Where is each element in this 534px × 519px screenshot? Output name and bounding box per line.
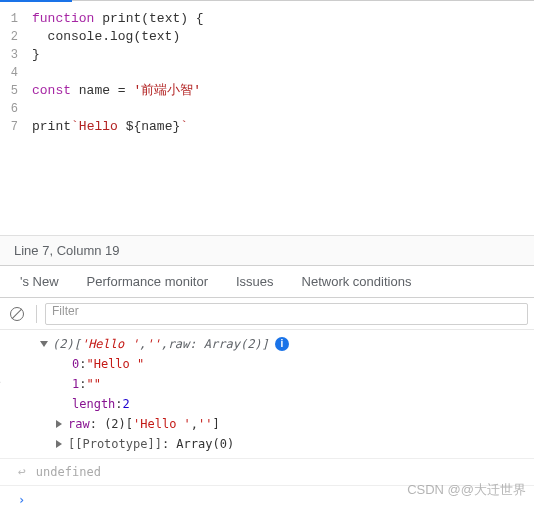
prop-key: 1 <box>72 374 79 394</box>
object-property-row[interactable]: 0: "Hello " <box>40 354 534 374</box>
return-value-row: ↩ undefined <box>0 459 534 486</box>
code-editor: 1 2 3 4 5 6 7 function print(text) { con… <box>0 0 534 236</box>
return-value: undefined <box>36 462 101 482</box>
code-content[interactable]: function print(text) { console.log(text)… <box>24 6 534 235</box>
prop-value: "Hello " <box>86 354 144 374</box>
bracket: ] <box>262 334 269 354</box>
active-tab-indicator <box>0 0 72 2</box>
array-item: 'Hello ' <box>133 414 191 434</box>
raw-label: raw <box>168 334 190 354</box>
line-number: 1 <box>0 10 18 28</box>
info-icon[interactable]: i <box>275 337 289 351</box>
expand-arrow-icon[interactable] <box>56 420 62 428</box>
prop-value: : Array(0) <box>162 434 234 454</box>
line-number: 2 <box>0 28 18 46</box>
keyword: const <box>32 83 71 98</box>
line-number: 4 <box>0 64 18 82</box>
line-number: 7 <box>0 118 18 136</box>
console-prompt-row[interactable]: › <box>0 486 534 514</box>
expand-arrow-icon[interactable] <box>56 440 62 448</box>
object-property-row[interactable]: length: 2 <box>40 394 534 414</box>
fn-call: print <box>32 119 71 134</box>
cursor-position: Line 7, Column 19 <box>14 243 120 258</box>
code-line: console.log(text) <box>32 29 180 44</box>
toolbar-divider <box>36 305 37 323</box>
comma: , <box>160 334 167 354</box>
return-arrow-icon: ↩ <box>18 462 26 482</box>
array-item: 'Hello ' <box>81 334 139 354</box>
fn-name: print <box>94 11 141 26</box>
string: '前端小智' <box>133 83 201 98</box>
var-ref: name <box>141 119 172 134</box>
object-summary-row[interactable]: (2) [ 'Hello ' , '' , raw : Array(2) ] i <box>40 334 534 354</box>
code-text: name = <box>71 83 133 98</box>
array-item: '' <box>146 334 160 354</box>
object-property-row[interactable]: [[Prototype]] : Array(0) <box>40 434 534 454</box>
tab-performance-monitor[interactable]: Performance monitor <box>73 274 222 289</box>
prop-value: "" <box>86 374 100 394</box>
tab-network-conditions[interactable]: Network conditions <box>288 274 426 289</box>
line-number: 5 <box>0 82 18 100</box>
object-property-row[interactable]: raw : (2) ['Hello ', ''] <box>40 414 534 434</box>
clear-console-icon[interactable] <box>10 307 24 321</box>
tab-whats-new[interactable]: 's New <box>6 274 73 289</box>
logged-object: (2) [ 'Hello ' , '' , raw : Array(2) ] i… <box>0 330 534 459</box>
array-length-hint: (2) <box>52 334 74 354</box>
sidebar-label[interactable]: e <box>0 372 4 392</box>
console-toolbar: Filter <box>0 298 534 330</box>
punct: (text) { <box>141 11 203 26</box>
array-length-hint: : (2) <box>90 414 126 434</box>
prop-key: raw <box>68 414 90 434</box>
code-line: } <box>32 47 40 62</box>
prop-key: 0 <box>72 354 79 374</box>
comma: , <box>139 334 146 354</box>
prop-key: length <box>72 394 115 414</box>
line-number: 6 <box>0 100 18 118</box>
backtick: ` <box>180 119 188 134</box>
template-text: Hello <box>79 119 126 134</box>
status-bar: Line 7, Column 19 <box>0 236 534 266</box>
object-property-row[interactable]: 1: "" <box>40 374 534 394</box>
prop-key: [[Prototype]] <box>68 434 162 454</box>
console-output: e (2) [ 'Hello ' , '' , raw : Array(2) ]… <box>0 330 534 514</box>
line-number: 3 <box>0 46 18 64</box>
keyword: function <box>32 11 94 26</box>
bracket: [ <box>74 334 81 354</box>
prompt-chevron-icon: › <box>18 490 25 510</box>
template-delim: ${ <box>126 119 142 134</box>
expand-arrow-icon[interactable] <box>40 341 48 347</box>
raw-value: : Array(2) <box>189 334 261 354</box>
filter-input[interactable]: Filter <box>45 303 528 325</box>
line-gutter: 1 2 3 4 5 6 7 <box>0 6 24 235</box>
array-item: '' <box>198 414 212 434</box>
editor-tab-bar <box>0 0 534 6</box>
prop-value: 2 <box>123 394 130 414</box>
devtools-tabs: 's New Performance monitor Issues Networ… <box>0 266 534 298</box>
tab-issues[interactable]: Issues <box>222 274 288 289</box>
backtick: ` <box>71 119 79 134</box>
